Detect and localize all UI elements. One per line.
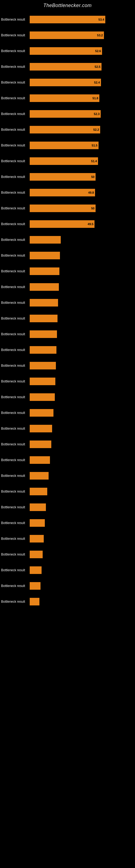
bar-fill: [30, 456, 50, 464]
bar-value: 51.5: [92, 144, 97, 147]
bar-label: Bottleneck result: [0, 18, 30, 22]
bar-row: Bottleneck result: [0, 392, 135, 402]
bar-fill: 51.4: [30, 157, 98, 165]
bar-fill: 52.3: [30, 110, 101, 118]
bar-label: Bottleneck result: [0, 332, 30, 336]
bar-fill: [30, 519, 45, 527]
bar-label: Bottleneck result: [0, 568, 30, 572]
bar-fill: 53.2: [30, 31, 104, 39]
bar-fill: [30, 268, 59, 275]
bar-fill: [30, 598, 39, 606]
bar-label: Bottleneck result: [0, 128, 30, 131]
bar-row: Bottleneck result: [0, 518, 135, 528]
bar-row: Bottleneck result: [0, 376, 135, 386]
bar-label: Bottleneck result: [0, 81, 30, 84]
bar-row: Bottleneck result: [0, 439, 135, 450]
bar-row: Bottleneck result: [0, 266, 135, 276]
bar-label: Bottleneck result: [0, 395, 30, 399]
bar-fill: [30, 393, 55, 401]
bar-fill: [30, 299, 58, 307]
bar-label: Bottleneck result: [0, 379, 30, 383]
bar-wrapper: 52.3: [30, 110, 135, 118]
bar-wrapper: [30, 598, 135, 606]
bar-fill: [30, 283, 59, 291]
bar-fill: [30, 472, 49, 479]
chart-container: Bottleneck result53.4Bottleneck result53…: [0, 10, 135, 614]
bar-label: Bottleneck result: [0, 96, 30, 100]
bar-fill: [30, 315, 57, 322]
bar-label: Bottleneck result: [0, 65, 30, 69]
bar-label: Bottleneck result: [0, 537, 30, 540]
bar-label: Bottleneck result: [0, 254, 30, 257]
bar-wrapper: [30, 519, 135, 527]
bar-row: Bottleneck result: [0, 533, 135, 544]
bar-row: Bottleneck result: [0, 329, 135, 339]
bar-row: Bottleneck result: [0, 549, 135, 560]
bar-label: Bottleneck result: [0, 474, 30, 478]
bar-fill: 51.5: [30, 142, 98, 149]
bar-value: 52.6: [95, 50, 101, 53]
bar-wrapper: [30, 299, 135, 307]
site-header: TheBottlenecker.com: [0, 0, 135, 10]
bar-value: 51.4: [91, 159, 97, 163]
bar-wrapper: [30, 283, 135, 291]
bar-row: Bottleneck result: [0, 408, 135, 418]
bar-row: Bottleneck result: [0, 282, 135, 292]
bar-fill: 53.4: [30, 16, 105, 23]
bar-value: 52.4: [94, 81, 100, 84]
bar-label: Bottleneck result: [0, 207, 30, 210]
bar-label: Bottleneck result: [0, 505, 30, 509]
bar-fill: 50: [30, 173, 96, 181]
bar-row: Bottleneck result: [0, 486, 135, 497]
bar-label: Bottleneck result: [0, 285, 30, 289]
bar-value: 49.5: [88, 222, 93, 226]
bar-row: Bottleneck result: [0, 502, 135, 513]
bar-fill: 50: [30, 205, 96, 212]
bar-label: Bottleneck result: [0, 364, 30, 368]
bar-fill: [30, 236, 61, 244]
bar-fill: [30, 346, 56, 354]
bar-label: Bottleneck result: [0, 411, 30, 415]
bar-value: 52.3: [94, 112, 100, 116]
bar-row: Bottleneck result: [0, 361, 135, 371]
bar-label: Bottleneck result: [0, 112, 30, 116]
bar-wrapper: 50: [30, 205, 135, 212]
bar-row: Bottleneck result52.6: [0, 46, 135, 56]
bar-row: Bottleneck result49.5: [0, 219, 135, 229]
bar-row: Bottleneck result52.2: [0, 124, 135, 135]
bar-fill: [30, 330, 57, 338]
bar-value: 50: [91, 207, 94, 210]
bar-row: Bottleneck result: [0, 581, 135, 591]
bar-wrapper: 52.4: [30, 79, 135, 86]
bar-label: Bottleneck result: [0, 191, 30, 194]
bar-row: Bottleneck result52.4: [0, 77, 135, 88]
bar-wrapper: 50: [30, 173, 135, 181]
bar-fill: 52.5: [30, 63, 101, 70]
bar-row: Bottleneck result: [0, 471, 135, 481]
bar-wrapper: [30, 409, 135, 416]
bar-row: Bottleneck result50: [0, 203, 135, 214]
bar-fill: [30, 551, 43, 558]
bar-wrapper: 53.2: [30, 31, 135, 39]
bar-wrapper: [30, 503, 135, 511]
bar-wrapper: [30, 378, 135, 385]
bar-wrapper: 52.2: [30, 126, 135, 133]
bar-label: Bottleneck result: [0, 33, 30, 37]
bar-fill: [30, 488, 47, 495]
bar-fill: 49.8: [30, 189, 95, 196]
bar-wrapper: [30, 472, 135, 479]
bar-value: 49.8: [88, 191, 94, 194]
bar-fill: [30, 362, 56, 369]
bar-wrapper: [30, 346, 135, 354]
bar-row: Bottleneck result49.8: [0, 187, 135, 198]
bar-label: Bottleneck result: [0, 490, 30, 493]
bar-wrapper: 52.6: [30, 47, 135, 55]
bar-row: Bottleneck result: [0, 596, 135, 607]
bar-wrapper: [30, 393, 135, 401]
bar-wrapper: 51.4: [30, 157, 135, 165]
bar-fill: [30, 582, 41, 590]
bar-row: Bottleneck result: [0, 250, 135, 261]
bar-wrapper: 51.8: [30, 94, 135, 102]
bar-wrapper: [30, 566, 135, 574]
bar-row: Bottleneck result51.5: [0, 140, 135, 151]
